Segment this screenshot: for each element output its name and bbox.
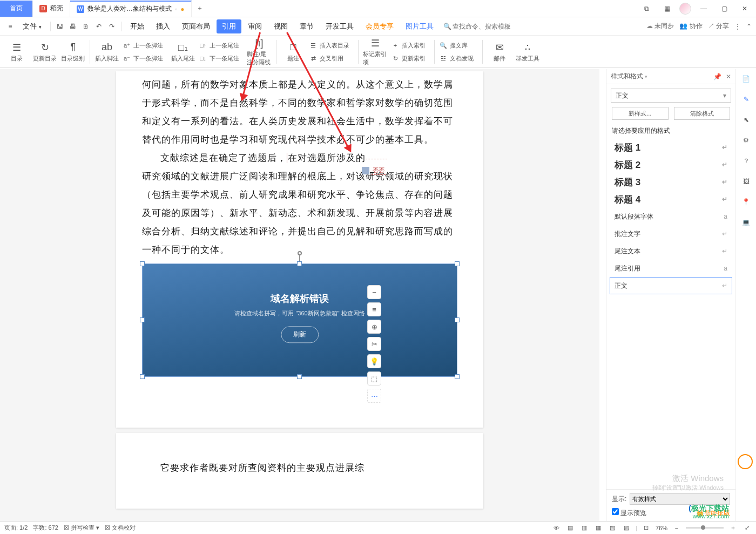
- zoom-in-button[interactable]: ＋: [728, 523, 738, 533]
- search-library-button[interactable]: 🔍搜文库: [439, 40, 478, 51]
- style-item-comment[interactable]: 批注文字↵: [610, 225, 732, 242]
- doc-discovery-button[interactable]: ☳文档发现: [439, 53, 478, 64]
- show-select[interactable]: 有效样式: [630, 493, 730, 505]
- tab-home[interactable]: 首页: [0, 1, 33, 17]
- style-item-endnote-ref[interactable]: 尾注引用a: [610, 260, 732, 277]
- mail-button[interactable]: ✉邮件: [487, 38, 512, 66]
- menu-image-tools[interactable]: 图片工具: [400, 19, 439, 33]
- new-tab-button[interactable]: ＋: [192, 1, 208, 17]
- dock-location-icon[interactable]: 📍: [740, 195, 753, 208]
- insert-endnote-button[interactable]: □₁插入尾注: [171, 38, 195, 66]
- style-item-h4[interactable]: 标题 4↵: [610, 191, 732, 208]
- preview-checkbox[interactable]: 显示预览: [612, 508, 646, 518]
- menu-review[interactable]: 审阅: [242, 19, 267, 33]
- resize-handle[interactable]: [455, 317, 460, 322]
- view-read-icon[interactable]: 👁: [551, 523, 561, 533]
- redo-icon[interactable]: ↷: [106, 21, 118, 32]
- layout-mode-2-icon[interactable]: ▦: [659, 1, 675, 16]
- menu-chapter[interactable]: 章节: [294, 19, 319, 33]
- style-item-h3[interactable]: 标题 3↵: [610, 173, 732, 191]
- print-icon[interactable]: 🖶: [67, 21, 79, 32]
- reset-icon[interactable]: ⬚: [367, 371, 381, 386]
- insert-footnote-button[interactable]: ab插入脚注: [94, 38, 119, 66]
- zoom-value[interactable]: 76%: [656, 525, 667, 531]
- toc-button[interactable]: ☰目录: [4, 38, 29, 66]
- prev-footnote-button[interactable]: a⁺上一条脚注: [123, 40, 167, 51]
- style-item-h2[interactable]: 标题 2↵: [610, 156, 732, 173]
- tab-daoke[interactable]: D 稻壳: [33, 1, 70, 17]
- zoom-slider[interactable]: [686, 527, 724, 529]
- idea-icon[interactable]: 💡: [367, 354, 381, 368]
- update-toc-button[interactable]: ↻更新目录: [32, 38, 57, 66]
- pin-icon[interactable]: 📌: [713, 73, 721, 80]
- resize-handle[interactable]: [140, 317, 145, 322]
- next-endnote-button[interactable]: □↓下一条尾注: [199, 53, 244, 64]
- menu-start[interactable]: 开始: [125, 19, 150, 33]
- close-panel-icon[interactable]: ✕: [726, 73, 731, 80]
- zoom-fit-icon[interactable]: ⊡: [642, 523, 651, 533]
- menu-icon[interactable]: ≡: [4, 21, 16, 32]
- current-style-select[interactable]: 正文 ▾: [611, 89, 731, 103]
- tab-dropdown-icon[interactable]: ▫: [175, 5, 177, 13]
- mark-index-button[interactable]: ☰标记索引项: [363, 38, 388, 66]
- tab-document[interactable]: W 数学是人类对…象结构与模式 ▫ ●: [70, 1, 192, 17]
- view-draft-icon[interactable]: ▨: [622, 523, 631, 533]
- zoom-out-button[interactable]: −: [672, 523, 681, 533]
- menu-insert[interactable]: 插入: [151, 19, 176, 33]
- menu-references[interactable]: 引用: [217, 19, 241, 33]
- resize-handle[interactable]: [297, 374, 302, 379]
- command-search-input[interactable]: [453, 20, 544, 33]
- status-spellcheck[interactable]: ☒ 拼写检查 ▾: [64, 524, 99, 532]
- undo-icon[interactable]: ↶: [93, 21, 105, 32]
- dock-select-icon[interactable]: ⬉: [740, 113, 753, 126]
- comment-marker[interactable]: 否否: [362, 166, 386, 175]
- dock-settings-icon[interactable]: ⚙: [740, 134, 753, 147]
- more-icon[interactable]: ⋮: [734, 23, 741, 30]
- menu-layout[interactable]: 页面布局: [177, 19, 215, 33]
- update-index-button[interactable]: ↻更新索引: [391, 53, 430, 64]
- dock-style-icon[interactable]: ✎: [740, 93, 753, 106]
- share-button[interactable]: ↗ 分享: [708, 22, 729, 31]
- collapse-ribbon-icon[interactable]: ⌃: [746, 23, 752, 30]
- rotate-handle[interactable]: [298, 251, 302, 255]
- mass-send-button[interactable]: ⛬群发工具: [515, 38, 540, 66]
- fullscreen-icon[interactable]: ⤢: [742, 523, 752, 533]
- resize-handle[interactable]: [455, 261, 460, 266]
- menu-vip[interactable]: 会员专享: [360, 19, 399, 33]
- zoom-out-icon[interactable]: −: [367, 285, 381, 299]
- cross-reference-button[interactable]: ⇄交叉引用: [309, 53, 354, 64]
- dock-image-icon[interactable]: 🖼: [740, 175, 753, 188]
- window-maximize-icon[interactable]: ▢: [716, 1, 732, 16]
- resize-handle[interactable]: [297, 261, 302, 266]
- selected-image[interactable]: 域名解析错误 请检查域名拼写，可用 "360断网急救箱" 检查网络 刷新: [142, 263, 457, 377]
- refresh-button[interactable]: 刷新: [281, 326, 319, 343]
- zoom-icon[interactable]: ⊕: [367, 320, 381, 334]
- footnote-separator-button[interactable]: [ı]脚注/尾注分隔线: [247, 38, 272, 66]
- style-item-default[interactable]: 默认段落字体a: [610, 208, 732, 225]
- user-avatar[interactable]: [679, 3, 691, 15]
- more-tools-icon[interactable]: ⋯: [367, 389, 381, 403]
- style-item-body[interactable]: 正文↵: [610, 277, 732, 294]
- insert-figure-toc-button[interactable]: ☰插入表目录: [309, 40, 354, 51]
- insert-index-button[interactable]: +插入索引: [391, 40, 430, 51]
- view-print-icon[interactable]: ▧: [608, 523, 617, 533]
- dock-device-icon[interactable]: 💻: [740, 216, 753, 229]
- toc-level-button[interactable]: ¶目录级别: [60, 38, 85, 66]
- prev-endnote-button[interactable]: □↑上一条尾注: [199, 40, 244, 51]
- status-words[interactable]: 字数: 672: [33, 524, 58, 532]
- dock-help-icon[interactable]: ？: [740, 154, 753, 167]
- layout-icon[interactable]: ≡: [367, 302, 381, 316]
- status-proof[interactable]: ☒ 文档校对: [105, 524, 136, 532]
- status-page[interactable]: 页面: 1/2: [4, 524, 28, 532]
- crop-icon[interactable]: ✂: [367, 337, 381, 351]
- resize-handle[interactable]: [140, 374, 145, 379]
- view-outline-icon[interactable]: ▤: [565, 523, 575, 533]
- resize-handle[interactable]: [140, 261, 145, 266]
- style-item-endnote-text[interactable]: 尾注文本↵: [610, 242, 732, 260]
- preview-icon[interactable]: 🗎: [80, 21, 92, 32]
- layout-mode-1-icon[interactable]: ⧉: [638, 1, 654, 16]
- view-web-icon[interactable]: ▥: [579, 523, 589, 533]
- new-style-button[interactable]: 新样式...: [612, 107, 669, 120]
- next-footnote-button[interactable]: a⁻下一条脚注: [123, 53, 167, 64]
- resize-handle[interactable]: [455, 374, 460, 379]
